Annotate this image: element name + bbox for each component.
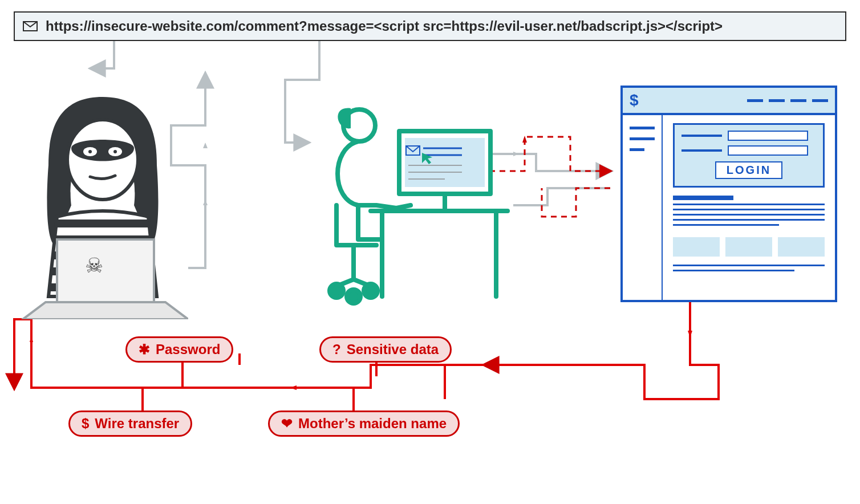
svg-marker-25 [23, 302, 188, 319]
svg-point-36 [347, 290, 360, 303]
target-website: $ LOGIN [620, 86, 837, 302]
victim-figure [297, 97, 513, 314]
stolen-password-pill: ✱ Password [125, 336, 233, 363]
site-content-lines-2 [673, 261, 825, 275]
envelope-icon [23, 21, 38, 31]
password-field[interactable] [728, 145, 809, 156]
site-content-lines [673, 192, 825, 229]
malicious-url: https://insecure-website.com/comment?mes… [46, 18, 723, 34]
login-button[interactable]: LOGIN [715, 161, 782, 179]
heart-icon: ❤ [281, 417, 293, 430]
stolen-maiden-name-pill: ❤ Mother’s maiden name [268, 410, 460, 437]
attacker-figure [17, 91, 188, 319]
svg-line-39 [354, 279, 371, 286]
site-nav-placeholder [747, 99, 828, 102]
login-form: LOGIN [673, 123, 825, 188]
site-sidebar [623, 115, 663, 300]
question-icon: ? [332, 343, 341, 356]
site-content-blocks [673, 237, 825, 257]
username-field[interactable] [728, 131, 809, 141]
skull-icon: ☠ [80, 254, 108, 282]
pill-label: Sensitive data [347, 342, 439, 357]
site-header: $ [623, 88, 835, 115]
svg-point-18 [113, 150, 117, 153]
stolen-sensitive-data-pill: ? Sensitive data [319, 336, 452, 363]
svg-marker-5 [688, 331, 692, 338]
pill-label: Mother’s maiden name [298, 416, 447, 432]
svg-marker-3 [513, 152, 519, 156]
dollar-icon: $ [630, 91, 639, 109]
svg-marker-7 [290, 385, 297, 390]
svg-line-38 [336, 279, 354, 286]
dollar-icon: $ [82, 417, 89, 430]
asterisk-icon: ✱ [139, 343, 150, 356]
pill-label: Wire transfer [95, 416, 179, 432]
svg-marker-1 [203, 200, 208, 205]
stolen-wire-transfer-pill: $ Wire transfer [68, 410, 192, 437]
svg-marker-6 [30, 335, 33, 342]
pill-label: Password [156, 342, 220, 357]
svg-rect-30 [405, 138, 485, 187]
svg-point-17 [88, 150, 92, 153]
svg-marker-4 [522, 136, 527, 143]
malicious-url-bar: https://insecure-website.com/comment?mes… [14, 11, 846, 41]
svg-marker-2 [203, 143, 208, 148]
